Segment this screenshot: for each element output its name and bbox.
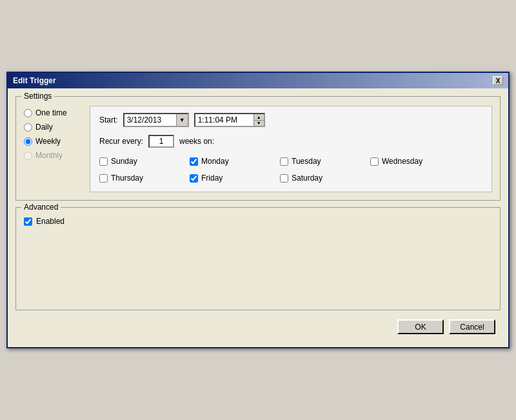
enabled-checkbox[interactable] (24, 217, 32, 226)
ok-button[interactable]: OK (397, 319, 444, 334)
close-button[interactable]: X (493, 76, 503, 85)
weekly-settings-panel: Start: ▼ ▲ ▼ (90, 106, 492, 192)
day-wednesday-label: Wednesday (382, 157, 422, 166)
start-label: Start: (99, 115, 118, 125)
day-saturday[interactable]: Saturday (280, 174, 370, 183)
time-spinner: ▲ ▼ (253, 114, 264, 126)
dialog-title: Edit Trigger (13, 76, 56, 85)
date-dropdown-button[interactable]: ▼ (176, 114, 188, 126)
radio-item-onetime[interactable]: One time (24, 108, 82, 117)
radio-monthly (24, 152, 32, 160)
day-monday[interactable]: Monday (190, 157, 280, 166)
day-friday-label: Friday (201, 174, 223, 183)
day-thursday[interactable]: Thursday (99, 174, 190, 183)
radio-onetime-label: One time (35, 108, 67, 117)
buttons-row: OK Cancel (15, 317, 501, 339)
recur-label-before: Recur every: (99, 137, 143, 146)
day-sunday-label: Sunday (111, 157, 137, 166)
radio-weekly-label: Weekly (35, 137, 61, 146)
radio-item-monthly: Monthly (24, 151, 82, 160)
title-bar: Edit Trigger X (8, 73, 508, 88)
settings-group: Settings One time Daily Weekly (15, 96, 501, 201)
day-friday[interactable]: Friday (190, 174, 280, 183)
days-row-2: Thursday Friday Saturday (99, 174, 482, 183)
day-thursday-label: Thursday (111, 174, 143, 183)
settings-content: One time Daily Weekly Monthly (24, 103, 492, 192)
time-down-button[interactable]: ▼ (254, 121, 264, 126)
cancel-button[interactable]: Cancel (449, 319, 495, 334)
recur-label-after: weeks on: (179, 137, 214, 146)
day-monday-label: Monday (201, 157, 229, 166)
radio-item-daily[interactable]: Daily (24, 123, 82, 132)
recur-weeks-input[interactable] (148, 135, 174, 148)
checkbox-tuesday[interactable] (280, 157, 288, 166)
day-sunday[interactable]: Sunday (99, 157, 190, 166)
radio-item-weekly[interactable]: Weekly (24, 137, 82, 146)
checkbox-monday[interactable] (190, 157, 198, 166)
day-wednesday[interactable]: Wednesday (370, 157, 461, 166)
time-up-button[interactable]: ▲ (254, 114, 264, 121)
start-row: Start: ▼ ▲ ▼ (99, 113, 482, 127)
checkbox-sunday[interactable] (99, 157, 108, 166)
radio-daily[interactable] (24, 123, 32, 132)
days-row-1: Sunday Monday Tuesday (99, 157, 482, 166)
checkbox-friday[interactable] (190, 174, 198, 183)
checkbox-saturday[interactable] (280, 174, 288, 183)
recur-row: Recur every: weeks on: (99, 135, 482, 148)
enabled-row[interactable]: Enabled (24, 217, 492, 226)
day-tuesday-label: Tuesday (292, 157, 321, 166)
dialog-body: Settings One time Daily Weekly (8, 88, 508, 347)
advanced-legend: Advanced (21, 203, 61, 212)
checkbox-thursday[interactable] (99, 174, 108, 183)
checkbox-wednesday[interactable] (370, 157, 379, 166)
settings-legend: Settings (21, 92, 54, 101)
time-input[interactable] (195, 115, 253, 125)
day-tuesday[interactable]: Tuesday (280, 157, 370, 166)
advanced-content: Enabled (24, 214, 492, 226)
date-select[interactable]: ▼ (123, 113, 189, 127)
date-input[interactable] (124, 115, 176, 125)
radio-onetime[interactable] (24, 109, 32, 117)
advanced-group: Advanced Enabled (15, 207, 501, 310)
radio-monthly-label: Monthly (35, 151, 63, 160)
radio-weekly[interactable] (24, 137, 32, 146)
radio-daily-label: Daily (35, 123, 53, 132)
day-saturday-label: Saturday (292, 174, 322, 183)
edit-trigger-dialog: Edit Trigger X Settings One time Daily (6, 72, 510, 348)
frequency-radio-group: One time Daily Weekly Monthly (24, 106, 82, 192)
days-grid: Sunday Monday Tuesday (99, 157, 482, 183)
enabled-label: Enabled (36, 217, 64, 226)
time-select[interactable]: ▲ ▼ (194, 113, 265, 127)
